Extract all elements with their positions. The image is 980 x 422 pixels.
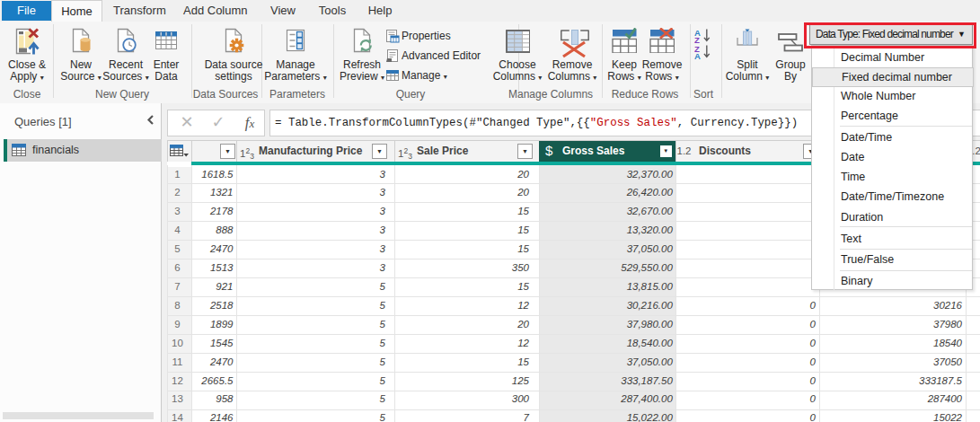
svg-text:Z: Z bbox=[694, 35, 700, 44]
svg-text:A: A bbox=[694, 51, 701, 60]
